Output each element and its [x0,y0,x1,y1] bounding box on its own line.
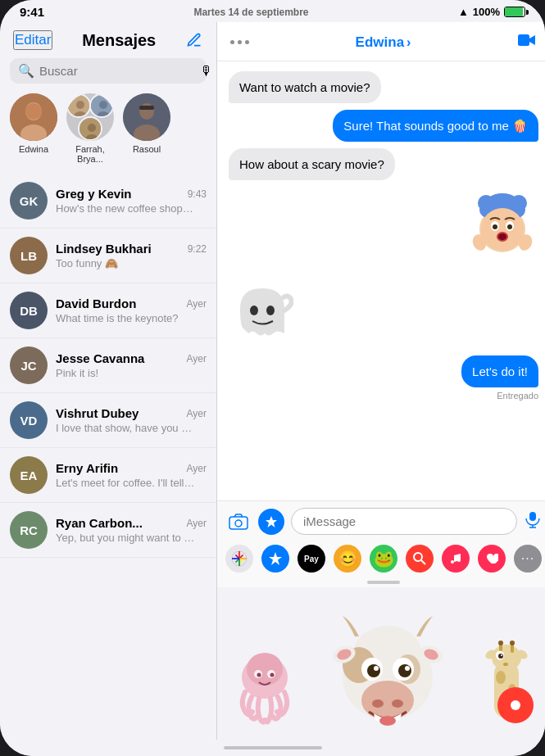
pinned-name-edwina: Edwina [19,144,48,154]
conversation-item-vishrut[interactable]: VD Vishrut Dubey Ayer I love that show, … [0,393,216,448]
header-dots [230,40,249,44]
conv-info-ryan: Ryan Carbon... Ayer Yep, but you might w… [56,516,207,544]
conv-top-greg: Greg y Kevin 9:43 [56,187,207,201]
svg-point-34 [266,306,275,315]
search-strip-button[interactable] [406,545,434,573]
edit-button[interactable]: Editar [13,30,52,50]
battery-icon [504,7,525,17]
camera-button[interactable] [225,509,252,535]
conversation-item-ryan[interactable]: RC Ryan Carbon... Ayer Yep, but you migh… [0,503,216,558]
conv-avatar-vishrut: VD [10,401,48,439]
pinned-contact-edwina[interactable]: Edwina [10,93,57,164]
message-5-text: Let's do it! [472,364,528,378]
conv-preview-erny: Let's meet for coffee. I'll tell you all… [56,477,195,489]
photos-app-button[interactable] [225,545,253,573]
more-apps-button[interactable]: ··· [514,545,542,573]
svg-point-49 [257,673,261,677]
home-indicator [0,740,545,756]
conv-name-ryan: Ryan Carbon... [56,516,143,530]
applepay-button[interactable]: Pay [297,545,325,573]
animoji-button[interactable]: 🐸 [370,545,397,573]
conv-name-lindsey: Lindsey Bukhari [56,242,152,256]
svg-point-70 [496,671,506,684]
mic-button[interactable] [524,510,542,532]
conv-name-vishrut: Vishrut Dubey [56,406,139,420]
record-button[interactable] [497,687,534,723]
conv-time-jesse: Ayer [187,353,207,364]
svg-point-67 [392,699,403,708]
conversation-item-david[interactable]: DB David Burdon Ayer What time is the ke… [0,283,216,338]
memoji-button[interactable]: 😊 [334,545,361,573]
video-call-icon[interactable] [517,32,537,52]
svg-point-36 [235,520,242,527]
avatar-container-rasoul [123,93,170,141]
conversation-item-lindsey[interactable]: LB Lindsey Bukhari 9:22 Too funny 🙈 [0,229,216,283]
svg-point-62 [398,664,411,677]
svg-point-61 [367,664,380,677]
conv-preview-jesse: Pink it is! [56,367,195,379]
svg-point-33 [250,306,258,315]
search-input[interactable] [39,64,195,78]
appstore-strip-button[interactable] [261,545,289,573]
conv-preview-greg: How's the new coffee shop by you guys? [56,202,195,215]
svg-point-8 [99,101,107,109]
pinned-contact-farrah[interactable]: Farrah, Brya... [66,93,115,164]
sidebar: Editar Mensajes 🔍 🎙 [0,22,217,740]
dot-1 [230,40,234,44]
message-3-text: How about a scary movie? [239,157,384,171]
device-frame: 9:41 Martes 14 de septiembre ▲ 100% Edit… [0,0,545,756]
conv-time-erny: Ayer [187,463,207,474]
message-2: Sure! That sounds good to me 🍿 [333,110,538,142]
dot-3 [245,40,249,44]
drag-handle [217,581,545,587]
conv-info-lindsey: Lindsey Bukhari 9:22 Too funny 🙈 [56,242,207,269]
conversation-list: GK Greg y Kevin 9:43 How's the new coffe… [0,174,216,740]
conv-avatar-ryan: RC [10,511,48,549]
ghost-sticker [232,276,293,349]
chat-contact-name[interactable]: Edwina › [356,34,411,51]
pinned-contact-rasoul[interactable]: Rasoul [123,93,170,164]
pinned-name-farrah: Farrah, Brya... [66,144,115,164]
heart-button[interactable] [478,545,506,573]
status-right: ▲ 100% [458,6,525,18]
pinned-name-rasoul: Rasoul [133,144,161,154]
chat-area: Edwina › Want to watch a movie? [217,22,545,740]
conv-name-jesse: Jesse Cavanna [56,351,144,365]
conv-time-ryan: Ayer [187,518,207,529]
conv-top-ryan: Ryan Carbon... Ayer [56,516,207,530]
svg-point-66 [372,699,384,708]
memoji-picker [217,587,545,740]
conv-top-vishrut: Vishrut Dubey Ayer [56,406,207,420]
music-button[interactable] [442,545,470,573]
message-3: How about a scary movie? [229,148,395,180]
battery-fill [505,7,523,16]
home-bar [224,746,322,749]
conv-time-david: Ayer [187,298,207,310]
input-area: Pay 😊 🐸 [217,500,545,587]
memoji-cow[interactable] [326,595,449,735]
svg-point-46 [247,653,283,686]
sidebar-title: Mensajes [82,31,156,50]
message-input[interactable] [291,508,517,535]
conv-top-lindsey: Lindsey Bukhari 9:22 [56,242,207,256]
avatar-group-farrah [66,93,114,141]
search-bar[interactable]: 🔍 🎙 [10,58,207,84]
avatar-edwina [10,93,57,141]
message-1: Want to watch a movie? [229,71,381,103]
compose-button[interactable] [185,31,203,49]
wifi-icon: ▲ [458,6,469,18]
svg-point-23 [511,195,527,211]
chevron-right-icon: › [406,35,411,50]
conv-time-lindsey: 9:22 [188,243,207,255]
conversation-item-erny[interactable]: EA Erny Arifin Ayer Let's meet for coffe… [0,448,216,503]
conv-top-erny: Erny Arifin Ayer [56,461,207,475]
conversation-item-greg[interactable]: GK Greg y Kevin 9:43 How's the new coffe… [0,174,216,229]
appstore-button[interactable] [258,509,284,535]
avatar-container-edwina [10,93,57,141]
dot-2 [238,40,242,44]
avatar-rasoul [123,93,170,141]
conv-preview-vishrut: I love that show, have you seen the late… [56,422,195,434]
memoji-sticker-shocked [470,187,535,269]
conversation-item-jesse[interactable]: JC Jesse Cavanna Ayer Pink it is! [0,338,216,393]
memoji-octopus[interactable] [232,645,297,727]
